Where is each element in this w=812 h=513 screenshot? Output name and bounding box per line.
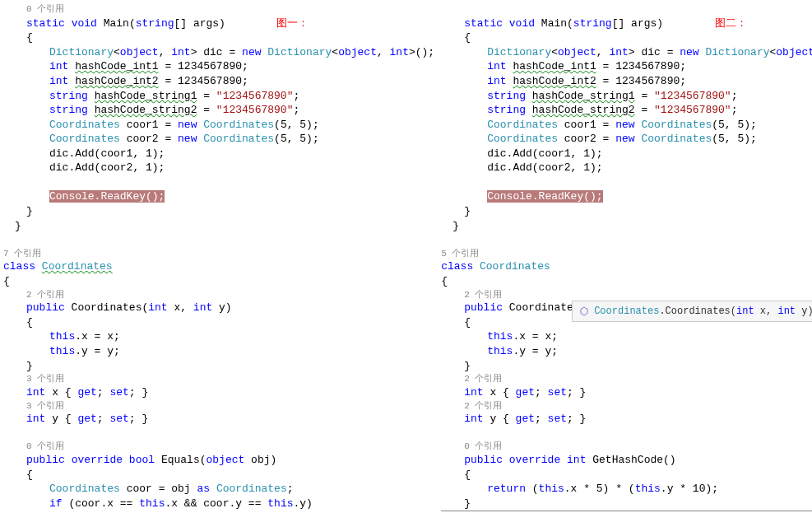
code-line[interactable]: string hashCode_string2 = "1234567890"; bbox=[3, 103, 434, 118]
code-line[interactable]: Console.ReadKey(); bbox=[441, 189, 812, 204]
code-lens-refs[interactable]: 3 个引用 bbox=[3, 400, 434, 413]
code-line[interactable]: string hashCode_string1 = "1234567890"; bbox=[441, 89, 812, 104]
code-line[interactable]: dic.Add(coor2, 1); bbox=[441, 161, 812, 175]
code-line[interactable] bbox=[3, 175, 434, 190]
code-line[interactable]: Dictionary<object, int> dic = new Dictio… bbox=[3, 45, 434, 60]
code-line[interactable]: return (this.x * 5) * (this.y * 10); bbox=[441, 482, 812, 497]
code-line[interactable] bbox=[3, 427, 434, 441]
code-line[interactable]: } bbox=[441, 497, 812, 512]
code-line[interactable]: public Coordinates(int x, int y) bbox=[3, 301, 434, 315]
code-lens-refs[interactable]: 0 个引用 bbox=[3, 441, 434, 453]
code-lens-refs[interactable]: 2 个引用 bbox=[441, 289, 812, 301]
code-line[interactable]: } bbox=[3, 204, 434, 219]
code-lens-refs[interactable]: 2 个引用 bbox=[441, 400, 812, 413]
code-line[interactable]: public override int GetHashCode() bbox=[441, 453, 812, 468]
code-line[interactable]: int hashCode_int1 = 1234567890; bbox=[441, 59, 812, 74]
code-line[interactable]: Dictionary<object, int> dic = new Dictio… bbox=[441, 45, 812, 60]
code-line[interactable]: string hashCode_string2 = "1234567890"; bbox=[441, 103, 812, 118]
code-line[interactable]: dic.Add(coor2, 1); bbox=[3, 161, 434, 175]
code-line[interactable]: int x { get; set; } bbox=[3, 385, 434, 400]
code-lens-refs[interactable]: 3 个引用 bbox=[3, 373, 434, 385]
right-panel: static void Main(string[] args) 图二： { Di… bbox=[438, 0, 812, 513]
code-line[interactable]: { bbox=[3, 30, 434, 45]
code-lens-refs[interactable] bbox=[441, 3, 812, 16]
code-line[interactable]: } bbox=[441, 359, 812, 374]
code-line[interactable]: } bbox=[3, 359, 434, 374]
figure-label: 图二： bbox=[715, 16, 747, 29]
code-line[interactable]: class Coordinates bbox=[441, 259, 812, 274]
code-line[interactable]: this.y = y; bbox=[3, 344, 434, 359]
code-line[interactable] bbox=[441, 427, 812, 441]
code-line[interactable] bbox=[3, 233, 434, 248]
code-line[interactable]: this.x = x; bbox=[441, 329, 812, 344]
code-line[interactable]: int x { get; set; } bbox=[441, 385, 812, 400]
code-lens-refs[interactable]: 2 个引用 bbox=[441, 373, 812, 385]
tooltip-text: Coordinates.Coordinates(int x, int y) bbox=[594, 305, 812, 318]
code-line[interactable]: static void Main(string[] args) 图二： bbox=[441, 16, 812, 31]
code-line[interactable]: this.y = y; bbox=[441, 344, 812, 359]
code-line[interactable] bbox=[441, 175, 812, 190]
method-icon bbox=[579, 306, 589, 316]
code-line[interactable]: Coordinates coor2 = new Coordinates(5, 5… bbox=[3, 132, 434, 147]
code-line[interactable]: class Coordinates bbox=[3, 259, 434, 274]
code-line[interactable]: { bbox=[441, 468, 812, 483]
code-line[interactable]: int hashCode_int2 = 1234567890; bbox=[441, 74, 812, 89]
code-line[interactable]: Coordinates coor2 = new Coordinates(5, 5… bbox=[441, 132, 812, 147]
code-line[interactable]: int hashCode_int2 = 1234567890; bbox=[3, 74, 434, 89]
code-line[interactable]: Coordinates coor = obj as Coordinates; bbox=[3, 482, 434, 497]
code-line[interactable]: } bbox=[441, 204, 812, 219]
code-lens-refs[interactable]: 0 个引用 bbox=[3, 3, 434, 16]
code-line[interactable]: public override bool Equals(object obj) bbox=[3, 453, 434, 468]
code-lens-refs[interactable]: 7 个引用 bbox=[3, 248, 434, 260]
code-line[interactable]: Coordinates coor1 = new Coordinates(5, 5… bbox=[441, 118, 812, 133]
code-line[interactable]: int y { get; set; } bbox=[3, 412, 434, 427]
code-line[interactable]: Console.ReadKey(); bbox=[3, 189, 434, 204]
code-line[interactable]: int hashCode_int1 = 1234567890; bbox=[3, 59, 434, 74]
code-line[interactable]: } bbox=[441, 219, 812, 234]
code-line[interactable]: { bbox=[3, 315, 434, 330]
code-lens-refs[interactable]: 2 个引用 bbox=[3, 289, 434, 301]
code-line[interactable]: this.x = x; bbox=[3, 329, 434, 344]
figure-label: 图一： bbox=[276, 16, 309, 29]
code-line[interactable]: { bbox=[3, 274, 434, 289]
editor-split-view: 0 个引用 static void Main(string[] args) 图一… bbox=[0, 0, 812, 513]
code-line[interactable]: string hashCode_string1 = "1234567890"; bbox=[3, 89, 434, 104]
code-line[interactable]: static void Main(string[] args) 图一： bbox=[3, 16, 434, 31]
code-lens-refs[interactable]: 5 个引用 bbox=[441, 248, 812, 260]
code-line[interactable]: int y { get; set; } bbox=[441, 412, 812, 427]
code-line[interactable]: { bbox=[441, 30, 812, 45]
code-line[interactable]: { bbox=[441, 274, 812, 289]
intellisense-tooltip: Coordinates.Coordinates(int x, int y) bbox=[572, 301, 812, 322]
code-line[interactable]: dic.Add(coor1, 1); bbox=[3, 147, 434, 161]
code-line[interactable]: { bbox=[3, 468, 434, 483]
code-lens-refs[interactable]: 0 个引用 bbox=[441, 441, 812, 453]
left-panel: 0 个引用 static void Main(string[] args) 图一… bbox=[0, 0, 438, 513]
code-line[interactable]: if (coor.x == this.x && coor.y == this.y… bbox=[3, 497, 434, 511]
code-line[interactable] bbox=[441, 233, 812, 248]
code-line[interactable]: } bbox=[3, 219, 434, 234]
code-line[interactable]: Coordinates coor1 = new Coordinates(5, 5… bbox=[3, 118, 434, 133]
code-line[interactable]: dic.Add(coor1, 1); bbox=[441, 147, 812, 161]
